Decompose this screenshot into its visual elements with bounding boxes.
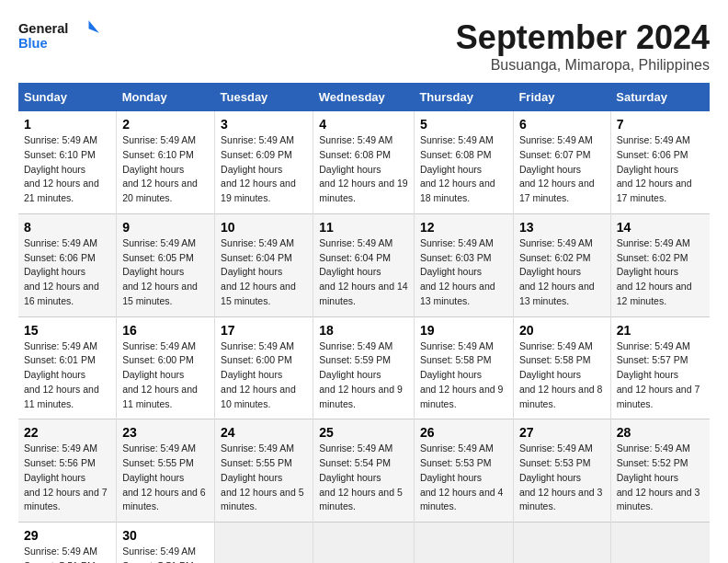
empty-cell <box>215 523 313 564</box>
col-tuesday: Tuesday <box>215 83 313 111</box>
table-row: 5 Sunrise: 5:49 AM Sunset: 6:08 PM Dayli… <box>414 111 513 213</box>
table-row: 29 Sunrise: 5:49 AM Sunset: 5:51 PM Dayl… <box>18 523 117 564</box>
svg-text:General: General <box>18 21 68 36</box>
col-wednesday: Wednesday <box>313 83 415 111</box>
table-row: 8 Sunrise: 5:49 AM Sunset: 6:06 PM Dayli… <box>18 213 117 316</box>
table-row: 13 Sunrise: 5:49 AM Sunset: 6:02 PM Dayl… <box>513 213 610 316</box>
table-row: 28 Sunrise: 5:49 AM Sunset: 5:52 PM Dayl… <box>610 419 710 523</box>
table-row: 4 Sunrise: 5:49 AM Sunset: 6:08 PM Dayli… <box>313 111 415 213</box>
table-row: 6 Sunrise: 5:49 AM Sunset: 6:07 PM Dayli… <box>513 111 610 213</box>
table-row: 18 Sunrise: 5:49 AM Sunset: 5:59 PM Dayl… <box>313 316 415 419</box>
col-sunday: Sunday <box>18 83 117 111</box>
col-monday: Monday <box>117 83 215 111</box>
table-row: 15 Sunrise: 5:49 AM Sunset: 6:01 PM Dayl… <box>18 316 117 419</box>
table-row: 3 Sunrise: 5:49 AM Sunset: 6:09 PM Dayli… <box>215 111 313 213</box>
header-row: Sunday Monday Tuesday Wednesday Thursday… <box>18 83 710 111</box>
table-row: 19 Sunrise: 5:49 AM Sunset: 5:58 PM Dayl… <box>414 316 513 419</box>
col-thursday: Thursday <box>414 83 513 111</box>
table-row: 23 Sunrise: 5:49 AM Sunset: 5:55 PM Dayl… <box>117 419 215 523</box>
table-row: 14 Sunrise: 5:49 AM Sunset: 6:02 PM Dayl… <box>610 213 710 316</box>
table-row: 16 Sunrise: 5:49 AM Sunset: 6:00 PM Dayl… <box>117 316 215 419</box>
header: General Blue September 2024 Busuanga, Mi… <box>18 18 710 74</box>
table-row: 7 Sunrise: 5:49 AM Sunset: 6:06 PM Dayli… <box>610 111 710 213</box>
title-area: September 2024 Busuanga, Mimaropa, Phili… <box>456 18 710 74</box>
table-row: 25 Sunrise: 5:49 AM Sunset: 5:54 PM Dayl… <box>313 419 415 523</box>
empty-cell <box>414 523 513 564</box>
logo: General Blue <box>18 18 101 52</box>
table-row: 27 Sunrise: 5:49 AM Sunset: 5:53 PM Dayl… <box>513 419 610 523</box>
calendar-table: Sunday Monday Tuesday Wednesday Thursday… <box>18 83 710 563</box>
empty-cell <box>513 523 610 564</box>
table-row: 22 Sunrise: 5:49 AM Sunset: 5:56 PM Dayl… <box>18 419 117 523</box>
empty-cell <box>313 523 415 564</box>
table-row: 9 Sunrise: 5:49 AM Sunset: 6:05 PM Dayli… <box>117 213 215 316</box>
table-row: 10 Sunrise: 5:49 AM Sunset: 6:04 PM Dayl… <box>215 213 313 316</box>
table-row: 2 Sunrise: 5:49 AM Sunset: 6:10 PM Dayli… <box>117 111 215 213</box>
location-title: Busuanga, Mimaropa, Philippines <box>456 57 710 74</box>
svg-marker-2 <box>89 20 99 33</box>
table-row: 1 Sunrise: 5:49 AM Sunset: 6:10 PM Dayli… <box>18 111 117 213</box>
table-row: 24 Sunrise: 5:49 AM Sunset: 5:55 PM Dayl… <box>215 419 313 523</box>
table-row: 30 Sunrise: 5:49 AM Sunset: 5:51 PM Dayl… <box>117 523 215 564</box>
svg-text:Blue: Blue <box>18 36 48 51</box>
table-row: 20 Sunrise: 5:49 AM Sunset: 5:58 PM Dayl… <box>513 316 610 419</box>
table-row: 26 Sunrise: 5:49 AM Sunset: 5:53 PM Dayl… <box>414 419 513 523</box>
table-row: 12 Sunrise: 5:49 AM Sunset: 6:03 PM Dayl… <box>414 213 513 316</box>
table-row: 11 Sunrise: 5:49 AM Sunset: 6:04 PM Dayl… <box>313 213 415 316</box>
col-saturday: Saturday <box>610 83 710 111</box>
month-title: September 2024 <box>456 18 710 57</box>
empty-cell <box>610 523 710 564</box>
table-row: 21 Sunrise: 5:49 AM Sunset: 5:57 PM Dayl… <box>610 316 710 419</box>
table-row: 17 Sunrise: 5:49 AM Sunset: 6:00 PM Dayl… <box>215 316 313 419</box>
logo-icon: General Blue <box>18 18 101 52</box>
col-friday: Friday <box>513 83 610 111</box>
